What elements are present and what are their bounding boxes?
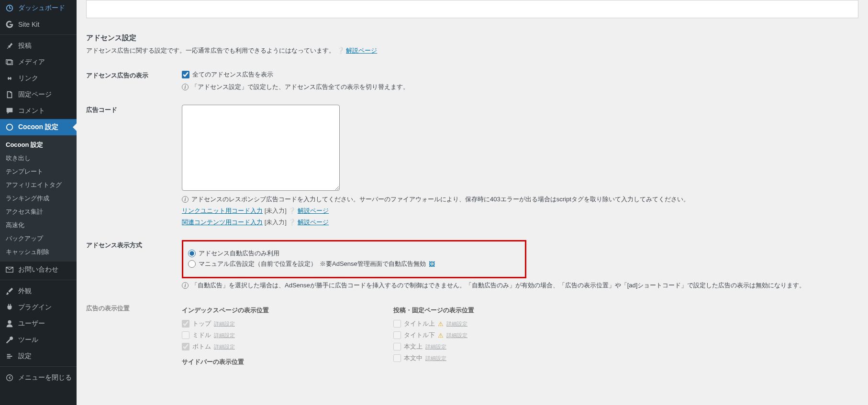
admin-sidebar: ダッシュボード Site Kit 投稿 メディア リンク 固定ページ コメント … (0, 0, 77, 405)
index-positions-title: インデックスページの表示位置 (182, 306, 269, 315)
checkbox-index-bottom (182, 343, 189, 350)
detail-title-above[interactable]: 詳細設定 (446, 320, 467, 328)
link-unit-code[interactable]: リンクユニット用コード入力 (182, 207, 263, 214)
textarea-ad-code[interactable] (182, 105, 340, 191)
submenu-cache-delete[interactable]: キャッシュ削除 (0, 245, 77, 259)
submenu-access[interactable]: アクセス集計 (0, 205, 77, 219)
brush-icon (5, 287, 14, 296)
submenu-speech-balloon[interactable]: 吹き出し (0, 152, 77, 165)
submenu-ranking[interactable]: ランキング作成 (0, 192, 77, 205)
detail-title-below[interactable]: 詳細設定 (446, 332, 467, 339)
label-ad-code: 広告コード (86, 105, 182, 114)
sidebar-item-appearance[interactable]: 外観 (0, 283, 77, 299)
info-display: i 「アドセンス設定」で設定した、アドセンス広告全ての表示を切り替えます。 (182, 83, 858, 91)
help-icon: ❔ (288, 207, 296, 214)
tab-bar (86, 0, 858, 18)
checkbox-title-above (393, 320, 401, 328)
related-content-help[interactable]: 解説ページ (298, 219, 329, 226)
sidebar-item-pages[interactable]: 固定ページ (0, 87, 77, 103)
detail-body-middle[interactable]: 詳細設定 (425, 355, 446, 362)
info-icon: i (182, 84, 189, 90)
sidebar-item-sitekit[interactable]: Site Kit (0, 16, 77, 33)
main-content: アドセンス設定 アドセンス広告に関する設定です。一応通常広告でも利用できるように… (77, 0, 868, 405)
plugin-icon (5, 303, 14, 312)
submenu-backup[interactable]: バックアップ (0, 232, 77, 245)
cocoon-icon (5, 123, 14, 131)
sidebar-item-links[interactable]: リンク (0, 70, 77, 87)
sidebar-item-media[interactable]: メディア (0, 54, 77, 70)
post-positions-title: 投稿・固定ページの表示位置 (393, 306, 474, 315)
sidebar-item-plugins[interactable]: プラグイン (0, 299, 77, 316)
submenu-template[interactable]: テンプレート (0, 165, 77, 178)
checkbox-body-above (393, 343, 401, 350)
sidebar-item-posts[interactable]: 投稿 (0, 38, 77, 54)
svg-point-0 (7, 124, 13, 131)
detail-index-bottom[interactable]: 詳細設定 (214, 343, 235, 350)
image-icon: 🖼 (429, 261, 435, 268)
detail-body-above[interactable]: 詳細設定 (425, 343, 446, 350)
label-ad-positions: 広告の表示位置 (86, 303, 182, 313)
sidebar-item-tools[interactable]: ツール (0, 332, 77, 348)
radio-manual-ads[interactable]: マニュアル広告設定（自前で位置を設定） ※要AdSense管理画面で自動広告無効… (188, 260, 520, 268)
info-method: i 「自動広告」を選択した場合は、AdSenseが勝手に広告コードを挿入するので… (182, 281, 858, 290)
pin-icon (5, 42, 14, 50)
info-icon: i (182, 196, 189, 203)
checkbox-title-below (393, 331, 401, 339)
checkbox-index-top (182, 320, 189, 328)
section-description: アドセンス広告に関する設定です。一応通常広告でも利用できるようにはなっています。… (86, 46, 858, 64)
row-adsense-display: アドセンス広告の表示 全てのアドセンス広告を表示 i 「アドセンス設定」で設定し… (86, 64, 858, 98)
link-unit-help[interactable]: 解説ページ (298, 207, 329, 214)
wrench-icon (5, 336, 14, 344)
section-title: アドセンス設定 (86, 28, 858, 46)
sidebar-submenu: Cocoon 設定 吹き出し テンプレート アフィリエイトタグ ランキング作成 … (0, 135, 77, 262)
mail-icon (5, 265, 14, 274)
link-icon (5, 74, 14, 83)
index-positions: インデックスページの表示位置 トップ 詳細設定 ミドル 詳細設定 ボトム 詳細設… (182, 306, 269, 371)
help-icon: ❔ (337, 47, 345, 54)
info-ad-code: i アドセンスのレスポンシブ広告コードを入力してください。サーバーのファイアウォ… (182, 195, 858, 204)
checkbox-index-middle (182, 331, 189, 339)
media-icon (5, 58, 14, 66)
submenu-speedup[interactable]: 高速化 (0, 219, 77, 232)
detail-index-top[interactable]: 詳細設定 (214, 320, 235, 328)
sidebar-item-settings[interactable]: 設定 (0, 348, 77, 364)
checkbox-show-all-adsense[interactable]: 全てのアドセンス広告を表示 (182, 70, 273, 79)
row-display-method: アドセンス表示方式 アドセンス自動広告のみ利用 マニュアル広告設定（自前で位置を… (86, 233, 858, 296)
checkbox-show-all-adsense-input[interactable] (182, 71, 189, 78)
user-icon (5, 319, 14, 328)
radio-auto-ads-input[interactable] (188, 250, 196, 257)
settings-icon (5, 352, 14, 361)
help-icon: ❔ (288, 219, 296, 226)
warning-icon: ⚠ (438, 320, 444, 328)
row-ad-code: 広告コード i アドセンスのレスポンシブ広告コードを入力してください。サーバーの… (86, 98, 858, 233)
google-icon (5, 20, 14, 29)
radio-auto-ads[interactable]: アドセンス自動広告のみ利用 (188, 249, 520, 258)
sidebar-item-comments[interactable]: コメント (0, 103, 77, 119)
sidebar-collapse[interactable]: メニューを閉じる (0, 370, 77, 386)
submenu-affiliate-tag[interactable]: アフィリエイトタグ (0, 178, 77, 192)
label-display-method: アドセンス表示方式 (86, 240, 182, 250)
checkbox-body-middle (393, 354, 401, 362)
sidebar-item-dashboard[interactable]: ダッシュボード (0, 0, 77, 16)
collapse-icon (5, 373, 14, 382)
related-content-code[interactable]: 関連コンテンツ用コード入力 (182, 219, 263, 226)
row-ad-positions: 広告の表示位置 インデックスページの表示位置 トップ 詳細設定 ミドル 詳細設定… (86, 296, 858, 378)
sidebar-item-cocoon[interactable]: Cocoon 設定 (0, 119, 77, 135)
label-adsense-display: アドセンス広告の表示 (86, 70, 182, 80)
sidebar-positions-title: サイドバーの表示位置 (182, 358, 269, 366)
detail-index-middle[interactable]: 詳細設定 (214, 332, 235, 339)
comment-icon (5, 107, 14, 115)
highlighted-radio-group: アドセンス自動広告のみ利用 マニュアル広告設定（自前で位置を設定） ※要AdSe… (182, 240, 526, 278)
dashboard-icon (5, 4, 14, 12)
radio-manual-ads-input[interactable] (188, 260, 196, 268)
info-icon: i (182, 282, 189, 289)
help-link[interactable]: 解説ページ (346, 47, 377, 54)
submenu-cocoon-settings[interactable]: Cocoon 設定 (0, 138, 77, 152)
warning-icon: ⚠ (438, 332, 444, 339)
page-icon (5, 90, 14, 99)
post-positions: 投稿・固定ページの表示位置 タイトル上 ⚠ 詳細設定 タイトル下 ⚠ 詳細設定 … (393, 306, 474, 371)
sidebar-item-contact[interactable]: お問い合わせ (0, 262, 77, 278)
sidebar-item-users[interactable]: ユーザー (0, 316, 77, 332)
